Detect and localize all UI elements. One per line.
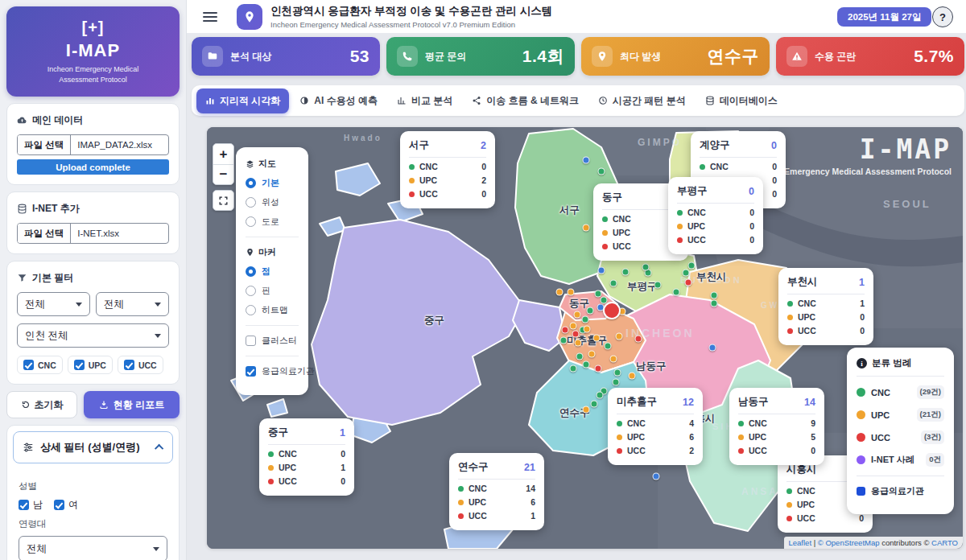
cnc-marker[interactable] [613,379,620,386]
attribution-link[interactable]: © OpenStreetMap [818,538,880,547]
tab-comparison[interactable]: 비교 분석 [388,89,461,113]
cnc-marker[interactable] [614,369,621,377]
cnc-marker[interactable] [583,361,590,369]
cnc-marker[interactable] [582,316,589,323]
inet-file-input[interactable]: 파일 선택 I-NET.xlsx [17,223,169,244]
cnc-marker[interactable] [560,337,568,344]
zoom-in-button[interactable]: + [213,144,233,164]
ucc-checkbox[interactable]: UCC [118,356,163,374]
cnc-marker[interactable] [587,307,594,315]
district-popup[interactable]: 부천시 1 CNC1 UPC0 UCC0 [778,268,873,345]
main-data-title: 메인 데이터 [17,113,169,127]
file-select-button[interactable]: 파일 선택 [18,135,71,154]
cnc-marker[interactable] [711,300,718,307]
upc-checkbox[interactable]: UPC [68,356,113,374]
cnc-marker[interactable] [673,289,680,296]
district-popup[interactable]: 연수구 21 CNC14 UPC6 UCC1 [449,453,544,530]
region-select[interactable]: 인천 전체 [17,323,169,348]
district-popup[interactable]: 서구 2 CNC0 UPC2 UCC0 [400,131,495,208]
reset-button[interactable]: 초기화 [6,391,77,418]
upc-marker[interactable] [570,323,577,330]
cnc-marker[interactable] [597,392,604,399]
legend-item: CNC (29건) [857,385,944,399]
upc-marker[interactable] [588,351,596,358]
cnc-marker[interactable] [591,401,598,408]
hosp-marker[interactable] [583,157,590,164]
maptype-basic-radio[interactable]: 기본 [246,177,299,189]
clock-icon [598,96,608,105]
popup-district-name: 계양구 [700,138,730,152]
ucc-marker[interactable] [635,336,642,343]
cnc-marker[interactable] [610,280,617,287]
tab-spatiotemporal[interactable]: 시공간 패턴 분석 [589,89,695,113]
legend-panel: i 분류 범례 CNC (29건) UPC (21건) UCC (3건) I-N… [847,348,954,514]
refresh-icon [21,400,31,410]
cnc-marker[interactable] [622,269,630,276]
cnc-marker[interactable] [598,168,605,175]
cnc-checkbox[interactable]: CNC [17,356,63,374]
maptype-satellite-radio[interactable]: 위성 [246,196,299,208]
cnc-marker[interactable] [711,292,718,299]
gender-male-checkbox[interactable]: 남 [19,498,43,512]
date-badge[interactable]: 2025년 11월 27일 [837,7,931,27]
district-popup[interactable]: 중구 1 CNC0 UPC1 UCC0 [259,418,354,496]
map-canvas[interactable]: HwadoGIMPOSEOULBUCHEONGWANGMYEONGINCHEON… [207,127,963,549]
file-select-button[interactable]: 파일 선택 [18,224,71,243]
district-popup[interactable]: 미추홀구 12 CNC4 UPC6 UCC2 [608,388,703,465]
cnc-marker[interactable] [595,290,602,298]
menu-icon[interactable] [203,12,217,22]
hosp-marker[interactable] [709,344,716,352]
hosp-marker[interactable] [653,473,660,480]
cnc-marker[interactable] [570,365,577,373]
cluster-checkbox[interactable]: 클러스터 [246,335,299,347]
upc-marker[interactable] [610,356,617,363]
ucc-marker[interactable] [562,327,569,334]
age-select[interactable]: 전체 [19,536,167,560]
ucc-marker-large[interactable] [603,302,621,319]
upc-marker[interactable] [575,340,582,347]
gender-female-checkbox[interactable]: 여 [54,498,78,512]
cnc-marker[interactable] [642,264,650,271]
upc-marker[interactable] [629,373,636,380]
marker-pin-radio[interactable]: 핀 [246,285,299,297]
zoom-out-button[interactable]: − [213,164,233,184]
cnc-marker[interactable] [683,270,690,277]
marker-dot-radio[interactable]: 점 [246,266,299,278]
cnc-marker[interactable] [688,262,696,270]
tab-transfer-network[interactable]: 이송 흐름 & 네트워크 [463,89,588,113]
hospital-checkbox[interactable]: 응급의료기관 [246,365,299,377]
marker-heatmap-radio[interactable]: 히트맵 [246,304,299,316]
upc-marker[interactable] [616,333,623,340]
upc-marker[interactable] [556,289,564,296]
fullscreen-button[interactable] [213,190,234,211]
district-popup[interactable]: 부평구 0 CNC0 UPC0 UCC0 [668,177,763,254]
help-icon[interactable]: ? [932,6,953,27]
attribution-link[interactable]: CARTO [931,538,958,547]
cnc-marker[interactable] [576,353,584,360]
tab-database[interactable]: 데이터베이스 [696,89,786,113]
upc-marker[interactable] [583,224,590,232]
phone-icon [397,46,418,67]
detail-filter-header[interactable]: 상세 필터 (성별/연령) [13,431,173,463]
upc-marker[interactable] [583,406,590,414]
upc-marker[interactable] [574,311,581,319]
ucc-marker[interactable] [685,279,692,286]
upc-marker[interactable] [593,335,601,342]
ucc-dot-icon [677,237,683,243]
upc-marker[interactable] [568,289,575,296]
maptype-road-radio[interactable]: 도로 [246,216,299,228]
main-data-file-input[interactable]: 파일 선택 IMAP_DATA2.xlsx [17,134,169,155]
attribution-link[interactable]: Leaflet [789,538,812,547]
report-button[interactable]: 현황 리포트 [84,391,180,418]
cnc-marker[interactable] [654,282,662,289]
ucc-marker[interactable] [572,331,580,338]
tab-geographic-visualization[interactable]: 지리적 시각화 [196,89,289,113]
filter-select-b[interactable]: 전체 [96,292,169,316]
filter-select-a[interactable]: 전체 [17,292,90,316]
district-popup[interactable]: 남동구 14 CNC9 UPC5 UCC0 [729,388,824,465]
cnc-marker[interactable] [605,343,612,350]
upc-marker[interactable] [584,326,591,333]
tab-ai-prediction[interactable]: AI 수용성 예측 [291,89,386,113]
hosp-marker[interactable] [598,267,605,274]
ucc-marker[interactable] [595,365,602,373]
